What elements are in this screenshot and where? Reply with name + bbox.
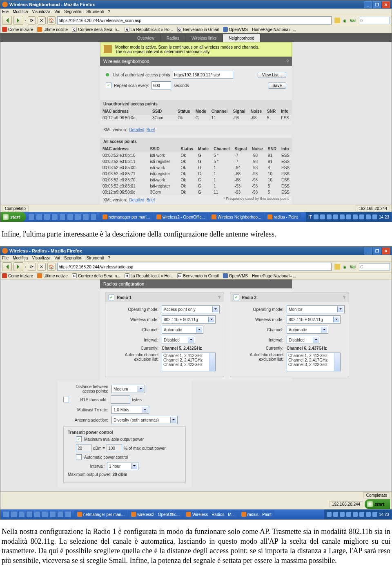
r1-channel-select[interactable]: Automatic	[162, 326, 203, 334]
tray-icon[interactable]	[372, 512, 377, 517]
reload-button[interactable]: ⟳	[28, 263, 36, 271]
ql-icon[interactable]	[36, 214, 42, 220]
help-icon[interactable]: ?	[218, 295, 220, 300]
tray-icon[interactable]	[353, 512, 358, 517]
bm-come-iniziare[interactable]: Come iniziare	[2, 273, 33, 278]
save-button[interactable]: Save	[268, 83, 286, 89]
lang-indicator[interactable]: IT	[308, 215, 312, 219]
tray-icon[interactable]	[314, 214, 318, 219]
reload-button[interactable]: ⟳	[28, 16, 36, 25]
tab-neighborhood[interactable]: Neighborhood	[223, 34, 261, 42]
bm-come-iniziare[interactable]: Come iniziare	[2, 27, 33, 32]
task-wireless2[interactable]: wireless2 - OpenOffic...	[154, 213, 208, 221]
bm-ultime-notizie[interactable]: Ultime notizie	[37, 27, 68, 32]
tray-icon[interactable]	[353, 214, 358, 219]
bm-openvms[interactable]: OpenVMS	[223, 273, 248, 278]
search-input[interactable]: G	[359, 263, 390, 270]
task-wireless-radios[interactable]: Wireless - Radios - M...	[183, 511, 238, 518]
go-button[interactable]: Vai	[350, 18, 356, 23]
start-button[interactable]: start	[0, 212, 26, 222]
tab-overview[interactable]: Overview	[131, 34, 160, 42]
menu-vai[interactable]: Vai	[54, 256, 60, 260]
ql-icon[interactable]	[34, 511, 40, 518]
tray-icon[interactable]	[372, 214, 377, 219]
forward-button[interactable]	[13, 16, 23, 25]
menu-modifica[interactable]: Modifica	[13, 256, 28, 260]
stop-button[interactable]: ✕	[38, 263, 46, 271]
menu-visualizza[interactable]: Visualizza	[32, 9, 50, 14]
stop-button[interactable]: ✕	[38, 16, 46, 25]
rts-checkbox[interactable]	[63, 397, 69, 402]
tray-icon[interactable]	[359, 512, 364, 517]
task-wireless-neigh[interactable]: Wireless Neighborhoo...	[209, 213, 264, 221]
bm-gmail[interactable]: GBenvenuto in Gmail	[177, 27, 219, 32]
home-button[interactable]: 🏠	[47, 16, 56, 25]
tray-icon[interactable]	[327, 214, 332, 219]
ql-icon[interactable]	[42, 511, 48, 518]
distance-select[interactable]: Medium	[111, 385, 145, 393]
menu-file[interactable]: File	[2, 256, 9, 260]
tray-icon[interactable]	[346, 214, 351, 219]
ql-icon[interactable]	[67, 214, 74, 220]
forward-button[interactable]	[13, 262, 23, 271]
r2-excl-list[interactable]: Channel 1, 2.412GHzChannel 2, 2.417GHzCh…	[287, 353, 341, 371]
list-url-input[interactable]	[173, 71, 233, 79]
tray-icon[interactable]	[366, 214, 371, 219]
menu-file[interactable]: File	[2, 9, 9, 14]
task-netmanager[interactable]: netmanager per mari...	[74, 511, 127, 518]
bm-gmail[interactable]: GBenvenuto in Gmail	[177, 273, 219, 278]
maxpower-checkbox[interactable]: ✓	[76, 436, 82, 442]
ql-icon[interactable]	[90, 214, 97, 220]
tab-radios[interactable]: Radios	[161, 34, 185, 42]
task-netmanager[interactable]: netmanager per mari...	[100, 213, 153, 221]
bm-ultime-notizie[interactable]: Ultime notizie	[37, 273, 68, 278]
ql-icon[interactable]	[11, 511, 17, 518]
menu-strumenti[interactable]: Strumenti	[86, 256, 104, 260]
repeat-input[interactable]	[151, 81, 171, 89]
menu-strumenti[interactable]: Strumenti	[86, 9, 104, 14]
tray-icon[interactable]	[346, 512, 351, 517]
autopower-checkbox[interactable]	[76, 454, 82, 460]
task-radius[interactable]: radius - Paint	[265, 213, 301, 221]
ql-icon[interactable]	[51, 214, 58, 220]
close-button[interactable]: ✕	[382, 248, 390, 255]
back-button[interactable]	[2, 262, 12, 271]
tray-icon[interactable]	[320, 214, 325, 219]
tray-icon[interactable]	[333, 214, 338, 219]
xml-brief-link[interactable]: Brief	[147, 127, 155, 132]
ql-icon[interactable]	[3, 511, 9, 518]
menu-modifica[interactable]: Modifica	[13, 9, 28, 14]
ql-icon[interactable]	[26, 511, 33, 518]
r2-opmode-select[interactable]: Monitor	[287, 305, 345, 313]
tray-icon[interactable]	[340, 512, 345, 517]
task-radius[interactable]: radius - Paint	[238, 511, 274, 518]
ql-icon[interactable]	[82, 214, 89, 220]
search-input[interactable]: G	[359, 17, 390, 24]
url-input[interactable]	[57, 16, 332, 25]
interval-select[interactable]: 1 hour	[107, 462, 138, 470]
ql-icon[interactable]	[59, 214, 66, 220]
menu-segnalibri[interactable]: Segnalibri	[64, 9, 82, 14]
xml-detailed-link[interactable]: Detailed	[129, 127, 145, 132]
menu-visualizza[interactable]: Visualizza	[32, 256, 50, 260]
radio2-checkbox[interactable]: ✓	[234, 295, 239, 300]
r2-channel-select[interactable]: Automatic	[287, 326, 328, 334]
ql-icon[interactable]	[18, 511, 25, 518]
menu-vai[interactable]: Vai	[54, 9, 60, 14]
bm-homepage[interactable]: HomePage Nazionali- ...	[252, 27, 296, 32]
bm-corriere[interactable]: CCorriere della Sera: n...	[72, 27, 120, 32]
r1-wlmode-select[interactable]: 802.11b + 802.11g	[162, 315, 216, 324]
radio1-checkbox[interactable]: ✓	[109, 295, 114, 300]
r1-opmode-select[interactable]: Access point only	[162, 305, 220, 313]
url-input[interactable]	[57, 263, 332, 271]
minimize-button[interactable]: _	[364, 248, 372, 255]
r2-interval-select[interactable]: Disabled	[287, 336, 320, 344]
bm-corriere[interactable]: CCorriere della Sera: n...	[72, 273, 120, 278]
bm-repubblica[interactable]: RLa Repubblica.it » Ho...	[125, 27, 173, 32]
r1-interval-select[interactable]: Disabled	[162, 336, 195, 344]
tray-icon[interactable]	[340, 214, 345, 219]
repeat-checkbox[interactable]: ✓	[106, 83, 111, 88]
ql-icon[interactable]	[65, 511, 71, 518]
tray-icon[interactable]	[327, 512, 332, 517]
viewlist-button[interactable]: View List...	[258, 72, 286, 78]
